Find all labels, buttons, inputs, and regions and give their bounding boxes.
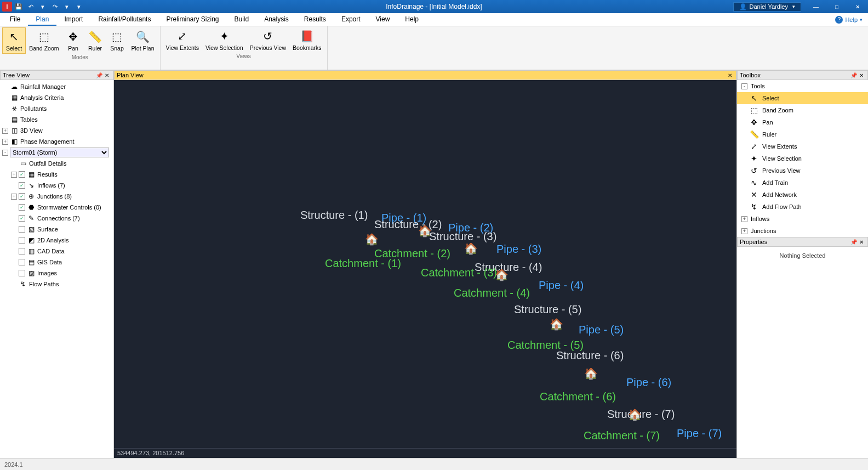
menu-import[interactable]: Import: [56, 14, 90, 26]
expand-icon[interactable]: +: [741, 216, 747, 222]
tree-item[interactable]: ↯Flow Paths: [0, 279, 113, 290]
toolbox-previous-view[interactable]: ↺Previous View: [737, 165, 868, 177]
expand-icon[interactable]: -: [2, 150, 8, 156]
toolbox-close-icon[interactable]: ✕: [858, 72, 865, 78]
expand-icon[interactable]: +: [2, 139, 8, 145]
plan-label[interactable]: Structure - (1): [300, 209, 368, 222]
checkbox[interactable]: [19, 270, 25, 276]
menu-analysis[interactable]: Analysis: [256, 14, 296, 26]
expand-icon[interactable]: +: [2, 128, 8, 134]
close-button[interactable]: ✕: [847, 0, 868, 13]
qat-undo-drop[interactable]: ▾: [37, 1, 48, 12]
ribbon-pan-button[interactable]: ✥Pan: [62, 27, 84, 54]
menu-results[interactable]: Results: [296, 14, 334, 26]
plan-label[interactable]: Pipe - (5): [579, 324, 624, 336]
tree-item[interactable]: +◫3D View: [0, 125, 113, 136]
plan-label[interactable]: Catchment - (1): [325, 257, 401, 270]
plan-label[interactable]: Structure - (6): [556, 349, 624, 362]
maximize-button[interactable]: □: [826, 0, 847, 13]
tree-item[interactable]: ☣Pollutants: [0, 103, 113, 114]
ribbon-snap-button[interactable]: ⬚Snap: [106, 27, 128, 54]
qat-save-button[interactable]: 💾: [13, 1, 24, 12]
tree-item[interactable]: ▥CAD Data: [0, 246, 113, 257]
help-link[interactable]: ? Help ▾: [835, 16, 866, 24]
toolbox-group[interactable]: +Junctions: [737, 225, 868, 237]
toolbox-pin-icon[interactable]: 📌: [850, 72, 858, 78]
plan-close-icon[interactable]: ✕: [726, 72, 734, 78]
properties-pin-icon[interactable]: 📌: [850, 239, 858, 245]
toolbox-pan[interactable]: ✥Pan: [737, 116, 868, 128]
tree-pin-icon[interactable]: 📌: [95, 72, 103, 78]
toolbox-select[interactable]: ↖Select: [737, 92, 868, 104]
checkbox[interactable]: [19, 226, 25, 233]
menu-help[interactable]: Help: [397, 14, 426, 26]
toolbox-group[interactable]: -Tools: [737, 80, 868, 92]
tree-item[interactable]: ▤GIS Data: [0, 257, 113, 268]
qat-undo-button[interactable]: ↶: [25, 1, 36, 12]
toolbox-group[interactable]: +Inflows: [737, 213, 868, 225]
user-menu[interactable]: 👤Daniel Yardley: [733, 2, 801, 12]
plan-label[interactable]: Pipe - (6): [626, 376, 671, 389]
checkbox[interactable]: ✓: [19, 193, 25, 200]
catchment-icon[interactable]: 🏠: [583, 365, 599, 382]
toolbox-band-zoom[interactable]: ⬚Band Zoom: [737, 104, 868, 116]
plan-canvas[interactable]: Structure - (1)Pipe - (1)Structure - (2)…: [114, 80, 736, 448]
tree-close-icon[interactable]: ✕: [103, 72, 111, 78]
toolbox-add-network[interactable]: ✕Add Network: [737, 189, 868, 201]
tree-item[interactable]: ☁Rainfall Manager: [0, 81, 113, 92]
plan-label[interactable]: Catchment - (7): [584, 429, 660, 442]
plan-label[interactable]: Structure - (5): [514, 303, 581, 316]
plan-label[interactable]: Pipe - (4): [539, 279, 584, 292]
menu-plan[interactable]: Plan: [28, 14, 56, 26]
tree-item[interactable]: ✓✎Connections (7): [0, 213, 113, 224]
tree-item[interactable]: -Storm01 (Storm): [0, 147, 113, 158]
checkbox[interactable]: ✓: [19, 215, 25, 222]
expand-icon[interactable]: +: [741, 228, 747, 234]
menu-rainfall-pollutants[interactable]: Rainfall/Pollutants: [90, 14, 158, 26]
menu-export[interactable]: Export: [334, 14, 368, 26]
plan-label[interactable]: Catchment - (3): [421, 267, 497, 279]
menu-preliminary-sizing[interactable]: Preliminary Sizing: [158, 14, 226, 26]
qat-customize[interactable]: ▾: [73, 1, 84, 12]
phase-select[interactable]: Storm01 (Storm): [10, 148, 109, 157]
ribbon-bookmarks-button[interactable]: 📕Bookmarks: [289, 27, 325, 53]
tree-item[interactable]: +✓⊕Junctions (8): [0, 191, 113, 202]
ribbon-select-button[interactable]: ↖Select: [2, 27, 26, 54]
tree-item[interactable]: ▨Images: [0, 268, 113, 279]
toolbox-add-flow-path[interactable]: ↯Add Flow Path: [737, 201, 868, 213]
plan-label[interactable]: Catchment - (4): [454, 287, 530, 299]
toolbox-view-extents[interactable]: ⤢View Extents: [737, 140, 868, 152]
expand-icon[interactable]: -: [741, 83, 747, 89]
ribbon-plot-plan-button[interactable]: 🔍Plot Plan: [128, 27, 157, 54]
catchment-icon[interactable]: 🏠: [462, 240, 479, 257]
checkbox[interactable]: ✓: [19, 171, 25, 178]
tree-body[interactable]: ☁Rainfall Manager▦Analysis Criteria☣Poll…: [0, 80, 113, 458]
checkbox[interactable]: ✓: [19, 204, 25, 211]
qat-redo-button[interactable]: ↷: [49, 1, 60, 12]
ribbon-view-extents-button[interactable]: ⤢View Extents: [163, 27, 203, 53]
ribbon-band-zoom-button[interactable]: ⬚Band Zoom: [26, 27, 62, 54]
tree-item[interactable]: +✓▦Results: [0, 169, 113, 180]
menu-file[interactable]: File: [2, 14, 28, 26]
catchment-icon[interactable]: 🏠: [548, 316, 564, 332]
catchment-icon[interactable]: 🏠: [493, 267, 510, 283]
menu-view[interactable]: View: [368, 14, 398, 26]
catchment-icon[interactable]: 🏠: [626, 406, 643, 423]
checkbox[interactable]: [19, 248, 25, 254]
catchment-icon[interactable]: 🏠: [416, 223, 433, 239]
checkbox[interactable]: [19, 259, 25, 265]
toolbox-add-train[interactable]: ∿Add Train: [737, 177, 868, 189]
checkbox[interactable]: [19, 237, 25, 244]
expand-icon[interactable]: +: [11, 172, 17, 178]
minimize-button[interactable]: —: [806, 0, 826, 13]
tree-item[interactable]: ▧Surface: [0, 224, 113, 235]
tree-item[interactable]: ✓⬣Stormwater Controls (0): [0, 202, 113, 213]
expand-icon[interactable]: +: [11, 194, 17, 200]
qat-redo-drop[interactable]: ▾: [61, 1, 72, 12]
plan-label[interactable]: Pipe - (7): [677, 427, 722, 440]
ribbon-view-selection-button[interactable]: ✦View Selection: [202, 27, 247, 53]
catchment-icon[interactable]: 🏠: [363, 231, 380, 247]
tree-item[interactable]: +◧Phase Management: [0, 136, 113, 147]
ribbon-ruler-button[interactable]: 📏Ruler: [84, 27, 106, 54]
toolbox-ruler[interactable]: 📏Ruler: [737, 128, 868, 140]
